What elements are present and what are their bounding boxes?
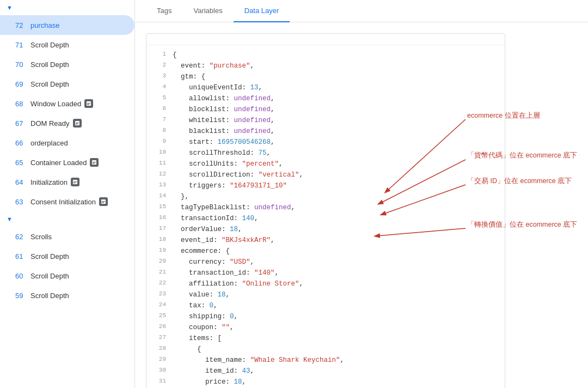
- code-line-18: 18 event_id: "BKJs4xkArR",: [146, 235, 505, 246]
- sidebar-item-label: Scrolls: [30, 233, 52, 241]
- line-content: shipping: 0,: [173, 311, 238, 322]
- code-line-26: 26 coupon: "",: [146, 322, 505, 333]
- sidebar-item-badge: [90, 158, 99, 167]
- code-line-13: 13 triggers: "164793171_10": [146, 180, 505, 191]
- code-line-11: 11 scrollUnits: "percent",: [146, 159, 505, 169]
- sidebar-item-num: 65: [15, 159, 27, 167]
- line-number: 14: [151, 191, 166, 202]
- code-line-24: 24 tax: 0,: [146, 300, 505, 311]
- line-content: tax: 0,: [173, 300, 218, 311]
- line-number: 20: [151, 257, 166, 268]
- code-line-4: 4 uniqueEventId: 13,: [146, 82, 505, 93]
- line-number: 24: [151, 300, 166, 311]
- sidebar-item-badge: [99, 197, 108, 206]
- code-line-25: 25 shipping: 0,: [146, 311, 505, 322]
- line-number: 28: [151, 344, 166, 355]
- sidebar-item-num: 72: [15, 21, 27, 29]
- line-number: 26: [151, 322, 166, 333]
- main-panel: TagsVariablesData Layer 1{2 event: "purc…: [135, 0, 588, 388]
- tab-datalayer[interactable]: Data Layer: [234, 0, 290, 22]
- line-number: 1: [151, 50, 166, 60]
- code-line-23: 23 value: 18,: [146, 289, 505, 300]
- sidebar-item-62[interactable]: 62Scrolls: [0, 227, 134, 246]
- code-line-3: 3 gtm: {: [146, 71, 505, 82]
- line-number: 10: [151, 148, 166, 159]
- line-number: 27: [151, 333, 166, 344]
- sidebar-item-label: orderplaced: [30, 139, 68, 147]
- line-number: 15: [151, 202, 166, 213]
- sidebar-item-label: Window Loaded: [30, 100, 81, 108]
- tab-bar: TagsVariablesData Layer: [135, 0, 588, 22]
- line-number: 29: [151, 355, 166, 366]
- line-content: value: 18,: [173, 289, 230, 300]
- line-content: event: "purchase",: [173, 60, 254, 71]
- line-content: {: [173, 344, 201, 355]
- sidebar-item-label: Consent Initialization: [30, 198, 96, 206]
- code-line-8: 8 blacklist: undefined,: [146, 126, 505, 137]
- sidebar-item-num: 60: [15, 272, 27, 280]
- svg-rect-5: [76, 124, 78, 124]
- sidebar-section-checkout-bottom[interactable]: ▼: [0, 211, 134, 227]
- line-number: 12: [151, 169, 166, 180]
- line-number: 2: [151, 60, 166, 71]
- sidebar-section-checkout-top[interactable]: ▼: [0, 0, 134, 15]
- line-content: ecommerce: {: [173, 246, 230, 257]
- code-line-27: 27 items: [: [146, 333, 505, 344]
- sidebar-items-group-bottom: 62Scrolls61Scroll Depth60Scroll Depth59S…: [0, 227, 134, 305]
- sidebar-item-66[interactable]: 66orderplaced: [0, 133, 134, 153]
- line-content: event_id: "BKJs4xkArR",: [173, 235, 275, 246]
- sidebar-item-num: 61: [15, 252, 27, 260]
- line-number: 9: [151, 137, 166, 148]
- sidebar-item-num: 66: [15, 139, 27, 147]
- code-line-22: 22 affiliation: "Online Store",: [146, 278, 505, 289]
- svg-rect-1: [87, 103, 90, 104]
- sidebar-item-label: Scroll Depth: [30, 252, 69, 260]
- line-content: orderValue: 18,: [173, 224, 242, 235]
- line-number: 4: [151, 82, 166, 93]
- sidebar-item-68[interactable]: 68Window Loaded: [0, 94, 134, 113]
- sidebar-item-59[interactable]: 59Scroll Depth: [0, 286, 134, 305]
- line-content: triggers: "164793171_10": [173, 180, 287, 191]
- line-number: 21: [151, 268, 166, 278]
- tab-variables[interactable]: Variables: [182, 0, 233, 22]
- sidebar-item-num: 64: [15, 178, 27, 186]
- line-content: uniqueEventId: 13,: [173, 82, 262, 93]
- sidebar-item-72[interactable]: 72purchase: [0, 15, 134, 35]
- line-content: item_name: "Whale Shark Keychain",: [173, 355, 344, 366]
- code-line-7: 7 whitelist: undefined,: [146, 115, 505, 126]
- line-number: 17: [151, 224, 166, 235]
- sidebar-item-label: Scroll Depth: [30, 41, 69, 49]
- line-number: 8: [151, 126, 166, 137]
- sidebar-item-67[interactable]: 67DOM Ready: [0, 113, 134, 133]
- sidebar-item-71[interactable]: 71Scroll Depth: [0, 35, 134, 54]
- line-content: coupon: "",: [173, 322, 234, 333]
- sidebar-item-60[interactable]: 60Scroll Depth: [0, 266, 134, 286]
- sidebar-item-badge: [71, 178, 79, 186]
- sidebar: ▼ 72purchase71Scroll Depth70Scroll Depth…: [0, 0, 135, 388]
- line-number: 16: [151, 213, 166, 224]
- sidebar-item-64[interactable]: 64Initialization: [0, 172, 134, 192]
- line-content: price: 18,: [173, 377, 246, 387]
- line-content: scrollDirection: "vertical",: [173, 169, 303, 180]
- svg-rect-4: [76, 123, 79, 123]
- code-line-20: 20 currency: "USD",: [146, 257, 505, 268]
- sidebar-item-label: Container Loaded: [30, 159, 87, 167]
- code-line-6: 6 blocklist: undefined,: [146, 104, 505, 115]
- svg-rect-14: [102, 202, 104, 203]
- sidebar-item-69[interactable]: 69Scroll Depth: [0, 74, 134, 94]
- line-content: transactionId: 140,: [173, 213, 259, 224]
- line-content: affiliation: "Online Store",: [173, 278, 303, 289]
- sidebar-item-61[interactable]: 61Scroll Depth: [0, 246, 134, 266]
- code-line-19: 19 ecommerce: {: [146, 246, 505, 257]
- line-number: 31: [151, 377, 166, 387]
- code-line-14: 14 },: [146, 191, 505, 202]
- tab-tags[interactable]: Tags: [146, 0, 182, 22]
- sidebar-item-70[interactable]: 70Scroll Depth: [0, 54, 134, 74]
- line-number: 25: [151, 311, 166, 322]
- svg-rect-2: [87, 104, 89, 105]
- code-line-30: 30 item_id: 43,: [146, 366, 505, 377]
- line-content: scrollThreshold: 75,: [173, 148, 271, 159]
- sidebar-item-63[interactable]: 63Consent Initialization: [0, 192, 134, 211]
- line-content: blacklist: undefined,: [173, 126, 275, 137]
- sidebar-item-65[interactable]: 65Container Loaded: [0, 153, 134, 172]
